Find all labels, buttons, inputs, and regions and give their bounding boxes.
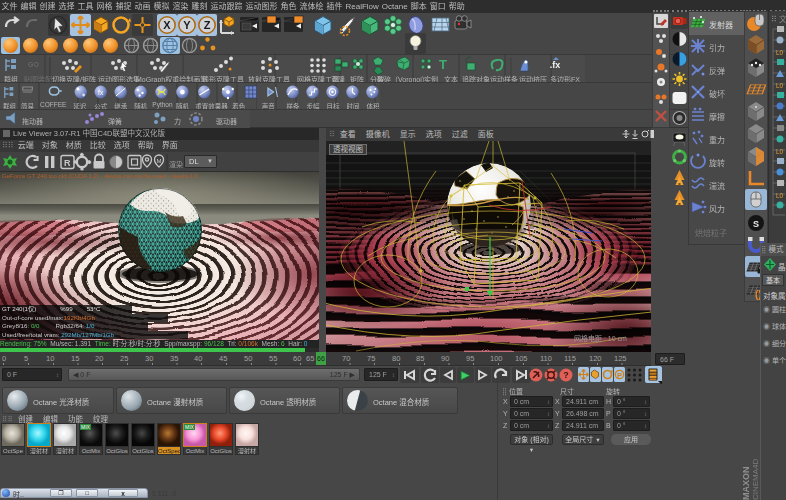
svg-text:105: 105 — [515, 354, 528, 363]
svg-text:125: 125 — [614, 354, 627, 363]
svg-text:100: 100 — [490, 354, 503, 363]
svg-text:55: 55 — [269, 354, 277, 363]
svg-text:60: 60 — [293, 354, 301, 363]
svg-text:L0: L0 — [776, 82, 784, 89]
svg-text:120: 120 — [589, 354, 602, 363]
svg-text:25: 25 — [120, 354, 128, 363]
svg-text:X: X — [163, 19, 171, 31]
svg-text:5: 5 — [24, 354, 28, 363]
svg-text:110: 110 — [540, 354, 552, 363]
svg-text:80: 80 — [392, 354, 400, 363]
svg-text:20: 20 — [95, 354, 103, 363]
svg-text:35: 35 — [170, 354, 178, 363]
svg-text:fx: fx — [98, 89, 104, 96]
svg-text:Y: Y — [183, 19, 191, 31]
svg-text:T: T — [439, 57, 447, 72]
svg-text:P: P — [617, 371, 622, 380]
svg-text:70: 70 — [342, 354, 350, 363]
svg-text:66: 66 — [317, 355, 325, 362]
svg-text:45: 45 — [219, 354, 227, 363]
svg-text:L0: L0 — [776, 49, 784, 56]
svg-text:95: 95 — [466, 354, 474, 363]
svg-text:.fx: .fx — [550, 60, 561, 70]
svg-text:90: 90 — [441, 354, 449, 363]
svg-text:10: 10 — [46, 354, 54, 363]
svg-text:Z: Z — [204, 19, 211, 31]
svg-text:L0: L0 — [776, 192, 784, 199]
svg-text:15: 15 — [71, 354, 79, 363]
svg-text:85: 85 — [416, 354, 424, 363]
svg-text:S: S — [753, 219, 759, 229]
svg-text:M: M — [157, 158, 162, 164]
svg-text:115: 115 — [564, 354, 576, 363]
svg-text:30: 30 — [145, 354, 153, 363]
svg-text:75: 75 — [367, 354, 375, 363]
svg-text:?: ? — [563, 370, 569, 380]
svg-text:R: R — [64, 158, 71, 168]
svg-text:0: 0 — [2, 354, 6, 363]
svg-text:网格电距 : 10 cm: 网格电距 : 10 cm — [574, 334, 627, 343]
svg-text:GO: GO — [28, 61, 39, 68]
svg-text:65: 65 — [306, 354, 314, 363]
svg-text:50: 50 — [244, 354, 252, 363]
svg-text:L0: L0 — [776, 148, 784, 155]
svg-text:40: 40 — [194, 354, 202, 363]
